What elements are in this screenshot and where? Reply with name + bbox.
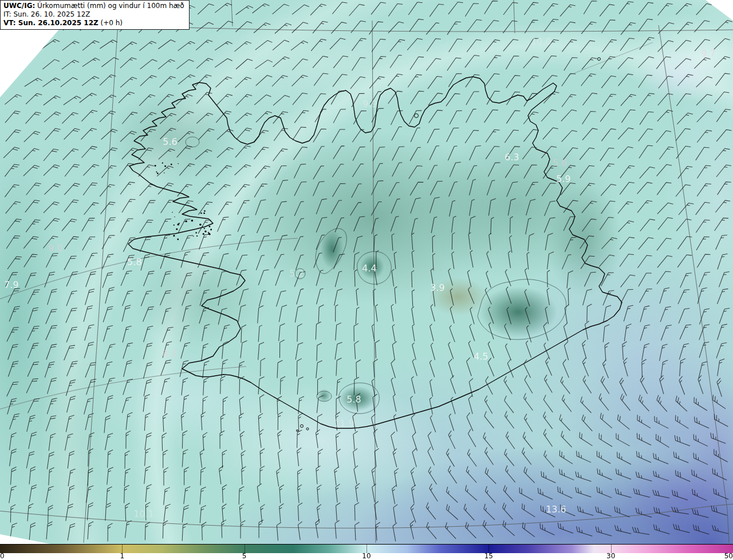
wind-barb-icon xyxy=(635,508,653,517)
wind-barb-icon xyxy=(527,252,531,269)
wind-barb-icon xyxy=(388,2,403,19)
wind-barb-icon xyxy=(26,110,41,127)
wind-barb-icon xyxy=(522,393,537,411)
wind-barb-icon xyxy=(65,234,79,251)
weather-map-app: 10.09.79.95.66.35.65.99.05.84.45.27.93.9… xyxy=(0,0,733,560)
wind-barb-icon xyxy=(639,55,655,71)
wind-barb-icon xyxy=(260,466,265,484)
wind-barb-icon xyxy=(601,182,616,199)
wind-barb-icon xyxy=(198,180,214,197)
wind-barb-icon xyxy=(64,254,77,273)
wind-barb-icon xyxy=(467,38,481,55)
wind-barb-icon xyxy=(44,163,60,179)
wind-barb-icon xyxy=(334,467,341,485)
wind-barb-icon xyxy=(660,286,669,305)
wind-barb-icon xyxy=(25,77,42,90)
wind-barb-icon xyxy=(164,396,171,414)
wind-barb-icon xyxy=(294,180,306,198)
wind-barb-icon xyxy=(122,197,136,215)
wind-barb-icon xyxy=(7,217,22,234)
wind-barb-icon xyxy=(503,449,518,466)
wind-barb-icon xyxy=(411,127,420,143)
wind-barb-icon xyxy=(601,199,616,216)
wind-barb-icon xyxy=(9,432,16,451)
wind-barb-icon xyxy=(483,447,497,465)
wind-barb-icon xyxy=(254,21,270,37)
wind-barb-icon xyxy=(6,200,21,216)
wind-barb-icon xyxy=(85,412,94,431)
wind-barb-icon xyxy=(504,466,519,482)
wind-barb-icon xyxy=(543,343,553,360)
wind-barb-icon xyxy=(216,75,232,90)
wind-barb-icon xyxy=(568,288,572,305)
wind-barb-icon xyxy=(48,377,57,395)
wind-barb-icon xyxy=(376,250,379,267)
wind-barb-icon xyxy=(297,484,304,503)
wind-barb-icon xyxy=(139,93,155,109)
wind-barb-icon xyxy=(614,433,632,446)
wind-barb-icon xyxy=(274,126,288,143)
wind-barb-icon xyxy=(487,358,498,376)
wind-barb-icon xyxy=(273,147,288,164)
wind-barb-icon xyxy=(618,72,633,89)
wind-barb-icon xyxy=(640,324,650,342)
wind-barb-icon xyxy=(26,218,40,235)
wind-barb-icon xyxy=(82,216,95,234)
wind-barb-icon xyxy=(145,448,151,466)
wind-barb-icon xyxy=(562,128,577,145)
wind-barb-icon xyxy=(86,270,96,289)
colorbar-tick-label: 0 xyxy=(0,552,5,560)
wind-barb-icon xyxy=(427,467,441,484)
wind-barb-icon xyxy=(465,53,480,70)
wind-barb-icon xyxy=(123,325,132,344)
wind-barb-icon xyxy=(469,216,475,234)
wind-barb-icon xyxy=(429,324,436,341)
wind-barb-icon xyxy=(488,198,496,216)
wind-barb-icon xyxy=(447,56,461,73)
wind-barb-icon xyxy=(412,343,419,360)
wind-barb-icon xyxy=(523,73,538,90)
wind-barb-icon xyxy=(125,503,131,522)
wind-barb-icon xyxy=(84,200,98,218)
wind-barb-icon xyxy=(44,110,61,125)
wind-barb-icon xyxy=(318,449,323,467)
wind-barb-icon xyxy=(200,289,210,307)
wind-barb-icon xyxy=(470,199,475,216)
wind-barb-icon xyxy=(412,359,419,376)
wind-barb-icon xyxy=(715,198,730,215)
wind-barb-icon xyxy=(353,145,365,163)
wind-barb-icon xyxy=(258,268,269,286)
colorbar-tick-label: 1 xyxy=(120,552,125,560)
wind-barb-icon xyxy=(491,217,494,234)
wind-barb-icon xyxy=(542,429,557,446)
wind-barb-icon xyxy=(45,216,60,233)
wind-barb-icon xyxy=(275,200,286,218)
wind-barb-icon xyxy=(640,36,655,53)
wind-barb-icon xyxy=(203,377,209,396)
wind-barb-icon xyxy=(88,502,93,520)
wind-barb-icon xyxy=(619,0,633,17)
wind-barb-icon xyxy=(28,341,39,360)
wind-barb-icon xyxy=(297,448,303,466)
wind-barb-icon xyxy=(241,520,245,539)
wind-barb-icon xyxy=(710,506,728,515)
wind-barb-icon xyxy=(624,304,633,322)
wind-barb-icon xyxy=(159,147,175,163)
wind-barb-icon xyxy=(409,164,423,182)
wind-barb-icon xyxy=(444,487,460,502)
wind-barb-icon xyxy=(691,508,710,518)
wind-barb-icon xyxy=(369,19,383,37)
wind-barb-icon xyxy=(354,341,360,359)
wind-barb-icon xyxy=(482,504,498,520)
wind-barb-icon xyxy=(120,180,135,197)
wind-barb-icon xyxy=(65,433,73,451)
wind-barb-icon xyxy=(714,54,730,70)
wind-barb-icon xyxy=(82,144,97,161)
wind-barb-icon xyxy=(503,411,518,428)
wind-barb-icon xyxy=(652,471,670,481)
wind-barb-icon xyxy=(259,290,266,307)
wind-barb-icon xyxy=(11,467,17,485)
wind-barb-icon xyxy=(431,269,436,286)
wind-barb-icon xyxy=(26,377,38,395)
wind-barb-icon xyxy=(558,504,577,516)
